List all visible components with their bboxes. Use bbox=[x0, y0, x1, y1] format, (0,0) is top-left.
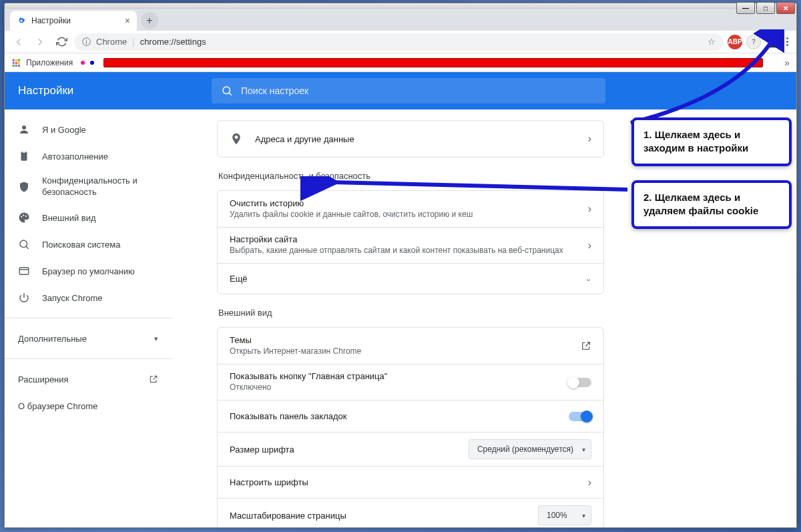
extension-abp-icon[interactable]: ABP bbox=[728, 35, 742, 49]
row-title: Очистить историю bbox=[230, 198, 588, 208]
sidebar-item-appearance[interactable]: Внешний вид bbox=[5, 204, 172, 231]
row-clear-browsing-data[interactable]: Очистить историю Удалить файлы cookie и … bbox=[218, 191, 603, 227]
svg-rect-7 bbox=[13, 64, 15, 66]
dropdown-font-size[interactable]: Средний (рекомендуется) bbox=[469, 439, 591, 459]
sidebar-item-extensions[interactable]: Расширения bbox=[5, 366, 172, 392]
window-maximize-button[interactable]: □ bbox=[756, 2, 775, 14]
sidebar-item-label: О браузере Chrome bbox=[18, 401, 97, 411]
settings-search[interactable] bbox=[212, 78, 605, 103]
settings-gear-icon bbox=[17, 16, 26, 25]
address-bar[interactable]: ⓘ Chrome | chrome://settings ☆ bbox=[74, 33, 724, 51]
row-site-settings[interactable]: Настройки сайта Выбрать, какие данные от… bbox=[218, 227, 603, 263]
site-info-icon[interactable]: ⓘ bbox=[82, 36, 91, 48]
apps-label[interactable]: Приложения bbox=[26, 58, 73, 67]
profile-avatar-icon[interactable] bbox=[765, 35, 780, 49]
tab-strip: Настройки × + bbox=[5, 9, 796, 31]
window-close-button[interactable]: ✕ bbox=[776, 2, 795, 14]
person-icon bbox=[18, 123, 30, 136]
omnibox-url: chrome://settings bbox=[140, 37, 206, 47]
row-home-button[interactable]: Показывать кнопку "Главная страница" Отк… bbox=[218, 364, 603, 400]
sidebar-item-label: Автозаполнение bbox=[42, 152, 108, 162]
sidebar-item-label: Браузер по умолчанию bbox=[42, 266, 135, 276]
clipboard-icon bbox=[18, 150, 30, 162]
svg-rect-5 bbox=[15, 61, 17, 63]
sidebar-item-search-engine[interactable]: Поисковая система bbox=[5, 231, 172, 258]
row-subtitle: Отключено bbox=[230, 382, 569, 393]
row-addresses[interactable]: Адреса и другие данные › bbox=[218, 121, 603, 157]
chevron-down-icon: ⌄ bbox=[585, 274, 591, 283]
omnibox-chrome-label: Chrome bbox=[96, 37, 127, 47]
annotation-callout-1: 1. Щелкаем здесь и заходим в настройки bbox=[631, 117, 792, 166]
svg-rect-1 bbox=[13, 59, 15, 61]
external-link-icon bbox=[149, 374, 158, 384]
location-pin-icon bbox=[230, 132, 243, 146]
tab-close-icon[interactable]: × bbox=[125, 15, 130, 26]
sidebar-item-about-chrome[interactable]: О браузере Chrome bbox=[5, 392, 172, 419]
shield-icon bbox=[18, 181, 30, 193]
svg-point-16 bbox=[25, 216, 27, 217]
chevron-right-icon: › bbox=[588, 477, 591, 489]
svg-point-10 bbox=[223, 87, 230, 94]
row-title: Ещё bbox=[230, 274, 585, 284]
palette-icon bbox=[18, 212, 30, 224]
svg-rect-8 bbox=[15, 64, 17, 66]
settings-main: Адреса и другие данные › Конфиденциально… bbox=[172, 109, 796, 527]
sidebar-item-default-browser[interactable]: Браузер по умолчанию bbox=[5, 258, 172, 284]
svg-point-0 bbox=[770, 37, 774, 41]
sidebar-item-autofill[interactable]: Автозаполнение bbox=[5, 143, 172, 170]
row-title: Адреса и другие данные bbox=[255, 134, 588, 144]
row-customize-fonts[interactable]: Настроить шрифты › bbox=[218, 466, 603, 498]
bookmarks-overflow-icon[interactable]: » bbox=[784, 57, 790, 68]
row-title: Темы bbox=[230, 335, 581, 345]
new-tab-button[interactable]: + bbox=[141, 12, 158, 29]
bookmark-dot-pink[interactable] bbox=[81, 61, 85, 65]
sidebar-item-you-and-google[interactable]: Я и Google bbox=[5, 116, 172, 143]
search-icon bbox=[221, 85, 233, 97]
browser-window-icon bbox=[18, 265, 30, 277]
power-icon bbox=[18, 292, 30, 304]
sidebar-item-label: Поисковая система bbox=[42, 240, 121, 250]
back-button[interactable] bbox=[10, 33, 27, 51]
window-minimize-button[interactable]: — bbox=[736, 2, 755, 14]
browser-menu-button[interactable] bbox=[784, 35, 791, 49]
sidebar-item-label: Внешний вид bbox=[42, 213, 96, 223]
bookmark-dot-blue[interactable] bbox=[90, 61, 94, 65]
settings-sidebar: Я и Google Автозаполнение Конфиденциальн… bbox=[5, 109, 172, 527]
row-font-size: Размер шрифта Средний (рекомендуется) bbox=[218, 432, 603, 466]
forward-button[interactable] bbox=[31, 33, 49, 51]
reload-button[interactable] bbox=[53, 33, 70, 51]
dropdown-page-zoom[interactable]: 100% bbox=[538, 505, 591, 525]
sidebar-item-advanced[interactable]: Дополнительные ▾ bbox=[5, 325, 172, 352]
svg-rect-12 bbox=[21, 152, 27, 161]
row-themes[interactable]: Темы Открыть Интернет-магазин Chrome bbox=[218, 328, 603, 364]
bookmark-star-icon[interactable]: ☆ bbox=[708, 37, 716, 47]
apps-grid-icon[interactable] bbox=[11, 58, 21, 67]
row-page-zoom: Масштабирование страницы 100% bbox=[218, 498, 603, 527]
external-link-icon bbox=[581, 340, 591, 351]
annotation-callout-2: 2. Щелкаем здесь и удаляем файлы cookie bbox=[631, 180, 792, 229]
sidebar-item-label: Расширения bbox=[18, 374, 69, 384]
row-more[interactable]: Ещё ⌄ bbox=[218, 263, 603, 294]
settings-search-input[interactable] bbox=[241, 85, 596, 96]
svg-rect-9 bbox=[18, 64, 20, 66]
titlebar: — □ ✕ bbox=[5, 3, 796, 9]
row-title: Масштабирование страницы bbox=[230, 511, 538, 521]
sidebar-item-label: Запуск Chrome bbox=[42, 293, 103, 303]
extension-help-icon[interactable]: ? bbox=[746, 35, 761, 49]
settings-header: Настройки bbox=[5, 72, 796, 109]
sidebar-item-on-startup[interactable]: Запуск Chrome bbox=[5, 284, 172, 311]
svg-rect-3 bbox=[18, 59, 20, 61]
row-bookmarks-bar[interactable]: Показывать панель закладок bbox=[218, 400, 603, 432]
sidebar-item-privacy[interactable]: Конфиденциальность и безопасность bbox=[5, 170, 172, 204]
redacted-bookmark-bar bbox=[103, 58, 763, 67]
chevron-right-icon: › bbox=[588, 203, 591, 215]
row-title: Настройки сайта bbox=[230, 234, 588, 244]
row-title: Показывать кнопку "Главная страница" bbox=[230, 371, 569, 381]
toggle-bookmarks-bar[interactable] bbox=[569, 412, 591, 421]
browser-tab[interactable]: Настройки × bbox=[10, 11, 137, 31]
toolbar: ⓘ Chrome | chrome://settings ☆ ABP ? bbox=[5, 31, 796, 53]
chevron-right-icon: › bbox=[588, 240, 591, 252]
svg-rect-2 bbox=[15, 59, 17, 61]
svg-point-15 bbox=[23, 214, 24, 216]
toggle-home-button[interactable] bbox=[569, 378, 591, 387]
